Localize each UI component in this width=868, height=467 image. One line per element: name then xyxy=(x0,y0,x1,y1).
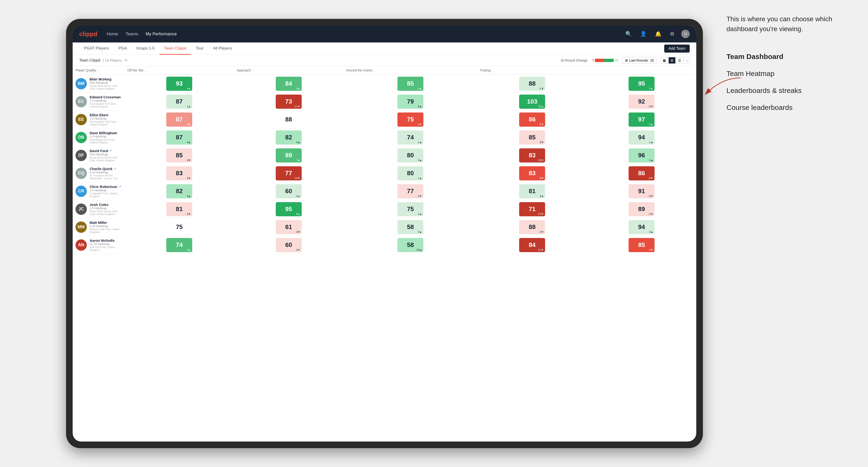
score-box: 91 -3▼ xyxy=(628,184,654,198)
score-change: 4▲ xyxy=(418,230,422,233)
table-row[interactable]: EC Edward Crossman 1-5 Handicap Sunningd… xyxy=(73,93,696,111)
score-cell-approach-3: 74 1▲ xyxy=(343,129,478,147)
score-change: -1▼ xyxy=(539,87,544,90)
score-number: 103 xyxy=(527,98,537,105)
score-number: 74 xyxy=(407,134,414,141)
score-cell-off_tee-7: 95 8▲ xyxy=(234,200,343,218)
table-row[interactable]: EE Elliot Ebert 1-5 Handicap Sunningdale… xyxy=(73,111,696,129)
score-box: 81 4▲ xyxy=(519,184,545,198)
player-info: Aaron Nicholls 11-15 Handicap Drift Golf… xyxy=(90,239,122,251)
score-change: -11▼ xyxy=(294,105,300,108)
table-row[interactable]: AN Aaron Nicholls 11-15 Handicap Drift G… xyxy=(73,236,696,254)
tab-all-players[interactable]: All Players xyxy=(208,43,237,55)
player-avatar: AN xyxy=(75,239,87,251)
view-grid-large-button[interactable]: ⊞ xyxy=(669,57,676,64)
score-number: 75 xyxy=(407,116,414,123)
score-change: -10▼ xyxy=(537,159,544,161)
top-nav: clippd Home Teams My Performance 🔍 👤 🔔 ⚙… xyxy=(73,26,696,42)
score-number: 58 xyxy=(407,223,414,231)
th-approach[interactable]: Approach ↓ xyxy=(234,66,343,75)
score-change: -2▼ xyxy=(648,213,653,215)
avatar[interactable]: U xyxy=(681,30,690,38)
score-box: 92 -3▼ xyxy=(628,95,654,109)
table-row[interactable]: CR Chris Robertson ✓ 1-5 Handicap Craigm… xyxy=(73,182,696,200)
last-rounds-button[interactable]: ⊞ Last Rounds: 20 xyxy=(622,57,657,64)
player-cell-4: DF David Ford ✓ Plus Handicap Royal Nort… xyxy=(73,147,125,164)
tab-hcaps[interactable]: Hcaps 1-5 xyxy=(132,43,159,55)
player-cell-6: CR Chris Robertson ✓ 1-5 Handicap Craigm… xyxy=(73,182,125,200)
score-cell-around_green-6: 81 4▲ xyxy=(477,182,587,200)
team-name-label: Team Clippd xyxy=(79,58,100,63)
sub-nav-right: Add Team xyxy=(664,44,690,53)
search-button[interactable]: 🔍 xyxy=(623,30,633,38)
player-club: Royal North Devon Golf Club, United King… xyxy=(90,156,122,162)
score-number: 85 xyxy=(529,134,536,141)
score-change: 3▲ xyxy=(649,159,653,161)
player-info: David Ford ✓ Plus Handicap Royal North D… xyxy=(90,149,122,162)
score-box: 95 9▲ xyxy=(628,76,654,91)
tab-pgat-players[interactable]: PGAT Players xyxy=(79,43,114,55)
th-around-green[interactable]: Around the Green ↓ xyxy=(343,66,478,75)
score-cell-player_quality-0: 93 4▲ xyxy=(125,75,234,93)
score-change: -3▼ xyxy=(648,105,653,108)
view-grid-small-button[interactable]: ▦ xyxy=(661,57,668,64)
table-row[interactable]: DF David Ford ✓ Plus Handicap Royal Nort… xyxy=(73,147,696,164)
player-avatar: EE xyxy=(75,114,87,125)
nav-link-teams[interactable]: Teams xyxy=(126,32,138,36)
table-row[interactable]: MM Matt Miller 6-10 Handicap Woburn Golf… xyxy=(73,218,696,236)
player-handicap: 6-10 Handicap xyxy=(90,171,122,174)
player-handicap: Plus Handicap xyxy=(90,153,122,156)
score-box: 60 2▲ xyxy=(276,184,302,198)
th-off-tee[interactable]: Off the Tee ↓ xyxy=(125,66,234,75)
player-info: Matt Miller 6-10 Handicap Woburn Golf Cl… xyxy=(90,220,122,234)
tab-tour[interactable]: Tour xyxy=(191,43,208,55)
score-change: -4▼ xyxy=(648,248,653,251)
view-export-button[interactable]: ↓ xyxy=(684,57,690,64)
player-name: Edward Crossman xyxy=(90,95,122,99)
table-row[interactable]: CQ Charlie Quick ✓ 6-10 Handicap St. Geo… xyxy=(73,164,696,182)
score-change: 3▲ xyxy=(649,230,653,233)
nav-link-my-performance[interactable]: My Performance xyxy=(146,32,177,36)
sub-nav: PGAT Players PGA Hcaps 1-5 Team Clippd T… xyxy=(73,42,696,55)
tab-pga[interactable]: PGA xyxy=(114,43,132,55)
edit-icon[interactable]: ✏ xyxy=(125,58,128,63)
score-number: 88 xyxy=(529,223,536,231)
bell-button[interactable]: 🔔 xyxy=(653,30,663,38)
score-box: 88 -1▼ xyxy=(519,76,545,91)
add-team-button[interactable]: Add Team xyxy=(664,44,690,53)
table-row[interactable]: DB Dave Billingham 1-5 Handicap Gog Mago… xyxy=(73,129,696,147)
table-row[interactable]: JC Josh Coles 1-5 Handicap Royal North D… xyxy=(73,200,696,218)
nav-link-home[interactable]: Home xyxy=(107,32,118,36)
score-number: 95 xyxy=(285,206,292,213)
main-content[interactable]: Player Quality ↓ Off the Tee ↓ Approach … xyxy=(73,66,696,441)
table-body: BM Blair McHarg Plus Handicap Royal Nort… xyxy=(73,75,696,254)
settings-button[interactable]: ⚙ xyxy=(668,30,677,38)
score-cell-approach-7: 75 2▲ xyxy=(343,200,478,218)
player-avatar: CQ xyxy=(75,168,87,179)
user-button[interactable]: 👤 xyxy=(638,30,648,38)
score-number: 80 xyxy=(407,169,414,177)
score-cell-putting-9: 85 -4▼ xyxy=(587,236,696,254)
th-player[interactable]: Player Quality ↓ xyxy=(73,66,125,75)
score-cell-player_quality-8: 75 xyxy=(125,218,234,236)
player-handicap: 1-5 Handicap xyxy=(90,207,122,210)
view-heatmap-button[interactable]: ☰ xyxy=(676,57,683,64)
annotation-item-1: Team Dashboard xyxy=(726,48,849,65)
score-box: 86 -8▼ xyxy=(628,166,654,181)
th-putting[interactable]: Putting ↓ xyxy=(477,66,587,75)
tab-team-clippd[interactable]: Team Clippd xyxy=(159,43,191,55)
color-bar xyxy=(595,59,614,62)
player-cell-7: JC Josh Coles 1-5 Handicap Royal North D… xyxy=(73,200,125,218)
score-change: -2▼ xyxy=(539,230,544,233)
score-number: 84 xyxy=(285,80,292,87)
score-box: 60 -1▼ xyxy=(276,238,302,252)
score-box: 77 -3▼ xyxy=(398,184,423,198)
team-bar-right: 20 Round Change -5 +5 ⊞ Last Rounds: 20 … xyxy=(561,57,690,64)
score-change: 1▲ xyxy=(649,141,653,144)
score-cell-off_tee-8: 61 -3▼ xyxy=(234,218,343,236)
score-change: -3▼ xyxy=(186,159,191,161)
table-row[interactable]: BM Blair McHarg Plus Handicap Royal Nort… xyxy=(73,75,696,93)
player-info: Dave Billingham 1-5 Handicap Gog Magog G… xyxy=(90,131,122,144)
player-avatar: DB xyxy=(75,132,87,143)
player-club: St. George's Hill GC - Weybridge - Surre… xyxy=(90,174,122,180)
